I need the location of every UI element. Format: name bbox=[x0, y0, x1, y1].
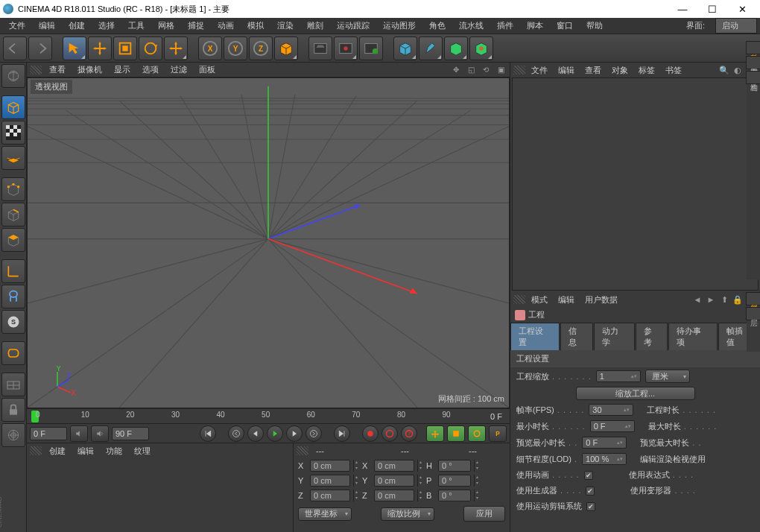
pmin-input[interactable]: 0 F▴▾ bbox=[582, 437, 627, 449]
snap-toggle-button[interactable]: S bbox=[1, 310, 25, 334]
mot-checkbox[interactable]: ✔ bbox=[586, 502, 595, 511]
planar-workplane-button[interactable] bbox=[1, 423, 25, 447]
scale-unit-dropdown[interactable]: 厘米 bbox=[645, 370, 690, 383]
spline-pen-button[interactable] bbox=[419, 37, 443, 60]
key-pos-button[interactable] bbox=[426, 425, 444, 442]
menu-edit[interactable]: 编辑 bbox=[33, 19, 61, 33]
select-tool[interactable] bbox=[63, 37, 86, 60]
minimize-button[interactable]: — bbox=[668, 0, 697, 18]
grip-icon[interactable] bbox=[30, 66, 42, 75]
vtab-content[interactable]: 内容浏览器 bbox=[746, 56, 760, 69]
grip-icon[interactable] bbox=[30, 446, 42, 455]
am-edit[interactable]: 编辑 bbox=[554, 294, 579, 305]
menu-window[interactable]: 窗口 bbox=[551, 19, 579, 33]
gen-checkbox[interactable]: ✔ bbox=[586, 487, 595, 495]
play-button[interactable] bbox=[267, 425, 283, 442]
vp-menu-filter[interactable]: 过滤 bbox=[166, 64, 191, 75]
vp-menu-display[interactable]: 显示 bbox=[110, 64, 135, 75]
tab-reference[interactable]: 参考 bbox=[636, 323, 668, 350]
om-view[interactable]: 查看 bbox=[580, 65, 606, 76]
coord-pos-X-input[interactable]: 0 cm bbox=[310, 460, 350, 472]
mm-texture[interactable]: 纹理 bbox=[130, 446, 155, 457]
model-mode-button[interactable] bbox=[1, 95, 25, 119]
menu-pipeline[interactable]: 流水线 bbox=[453, 19, 490, 33]
vp-menu-view[interactable]: 查看 bbox=[45, 64, 70, 75]
render-settings-button[interactable] bbox=[308, 37, 332, 60]
axis-mode-button[interactable] bbox=[1, 259, 25, 283]
tab-info[interactable]: 信息 bbox=[560, 323, 593, 350]
mm-create[interactable]: 创建 bbox=[45, 446, 70, 457]
om-tags[interactable]: 标签 bbox=[634, 65, 659, 76]
search-icon[interactable]: 🔍 bbox=[719, 65, 729, 75]
menu-mesh[interactable]: 网格 bbox=[152, 19, 180, 33]
menu-sculpt[interactable]: 雕刻 bbox=[301, 19, 329, 33]
maximize-button[interactable]: ☐ bbox=[697, 0, 727, 18]
polygon-mode-button[interactable] bbox=[1, 228, 25, 252]
vp-nav-icon[interactable]: ✥ bbox=[451, 65, 461, 75]
make-editable-button[interactable] bbox=[1, 64, 25, 88]
coord-rot-P-input[interactable]: 0 ° bbox=[438, 475, 471, 487]
nav-back-icon[interactable]: ◄ bbox=[692, 294, 703, 305]
y-axis-lock[interactable]: Y bbox=[224, 37, 247, 60]
autokey-button[interactable] bbox=[381, 425, 398, 442]
menu-animate[interactable]: 动画 bbox=[212, 19, 240, 33]
rotate-tool[interactable] bbox=[139, 37, 162, 60]
coord-system-dropdown[interactable]: 世界坐标 bbox=[298, 507, 352, 521]
end-frame-input[interactable]: 90 F bbox=[112, 427, 149, 440]
menu-select[interactable]: 选择 bbox=[92, 19, 121, 33]
anim-checkbox[interactable]: ✔ bbox=[584, 471, 593, 480]
nav-fwd-icon[interactable]: ► bbox=[706, 294, 716, 305]
menu-help[interactable]: 帮助 bbox=[580, 19, 609, 33]
deformer-button[interactable] bbox=[469, 37, 493, 60]
tab-todo[interactable]: 待办事项 bbox=[668, 323, 718, 350]
coord-size-Z-input[interactable]: 0 cm bbox=[374, 490, 414, 501]
prev-key-button[interactable] bbox=[228, 425, 244, 442]
soft-selection-button[interactable] bbox=[1, 341, 25, 365]
workplane-mode-button[interactable] bbox=[1, 146, 25, 170]
coord-system-button[interactable] bbox=[274, 37, 298, 60]
timeline-ruler[interactable]: 0 10 20 30 40 50 60 70 80 90 0 F bbox=[27, 408, 510, 423]
grip-icon[interactable] bbox=[513, 66, 525, 75]
prev-frame-button[interactable] bbox=[247, 425, 264, 442]
filter-icon[interactable]: ◐ bbox=[732, 65, 743, 75]
scale-input[interactable]: 1▴▾ bbox=[596, 370, 641, 382]
vtab-objects[interactable]: 对象 bbox=[746, 41, 760, 54]
mm-function[interactable]: 功能 bbox=[101, 446, 127, 457]
om-edit[interactable]: 编辑 bbox=[554, 65, 579, 76]
goto-start-button[interactable] bbox=[200, 425, 216, 442]
coord-size-X-input[interactable]: 0 cm bbox=[374, 460, 414, 472]
menu-create[interactable]: 创建 bbox=[63, 19, 91, 33]
tab-project-settings[interactable]: 工程设置 bbox=[510, 323, 560, 350]
coord-pos-Y-input[interactable]: 0 cm bbox=[310, 475, 350, 487]
menu-script[interactable]: 脚本 bbox=[521, 19, 549, 33]
vp-zoom-icon[interactable]: ◱ bbox=[466, 65, 476, 75]
sound-button[interactable] bbox=[70, 425, 88, 442]
start-frame-input[interactable]: 0 F bbox=[30, 427, 67, 440]
redo-button[interactable] bbox=[28, 37, 52, 60]
menu-plugins[interactable]: 插件 bbox=[491, 19, 519, 33]
menu-simulate[interactable]: 模拟 bbox=[241, 19, 270, 33]
scale-project-button[interactable]: 缩放工程... bbox=[576, 387, 695, 400]
render-region-button[interactable] bbox=[359, 37, 383, 60]
key-param-button[interactable]: P bbox=[489, 425, 507, 442]
menu-tracker[interactable]: 运动跟踪 bbox=[331, 19, 376, 33]
coord-scale-dropdown[interactable]: 缩放比例 bbox=[381, 507, 434, 521]
goto-end-button[interactable] bbox=[334, 425, 350, 442]
viewport-solo-button[interactable] bbox=[1, 285, 25, 308]
close-button[interactable]: ✕ bbox=[727, 0, 757, 18]
scale-tool[interactable] bbox=[113, 37, 137, 60]
vtab-layers[interactable]: 层 bbox=[746, 307, 760, 320]
fps-input[interactable]: 30▴▾ bbox=[589, 404, 633, 416]
am-mode[interactable]: 模式 bbox=[527, 294, 552, 305]
menu-character[interactable]: 角色 bbox=[423, 19, 452, 33]
lod-input[interactable]: 100 %▴▾ bbox=[582, 453, 627, 465]
edge-mode-button[interactable] bbox=[1, 203, 25, 227]
vp-menu-options[interactable]: 选项 bbox=[138, 64, 163, 75]
key-scale-button[interactable] bbox=[447, 425, 465, 442]
tab-dynamics[interactable]: 动力学 bbox=[594, 323, 635, 350]
vtab-structure[interactable]: 构造 bbox=[746, 71, 760, 84]
menu-mograph[interactable]: 运动图形 bbox=[377, 19, 422, 33]
undo-button[interactable] bbox=[3, 37, 27, 60]
z-axis-lock[interactable]: Z bbox=[249, 37, 273, 60]
grip-icon[interactable] bbox=[513, 295, 525, 304]
